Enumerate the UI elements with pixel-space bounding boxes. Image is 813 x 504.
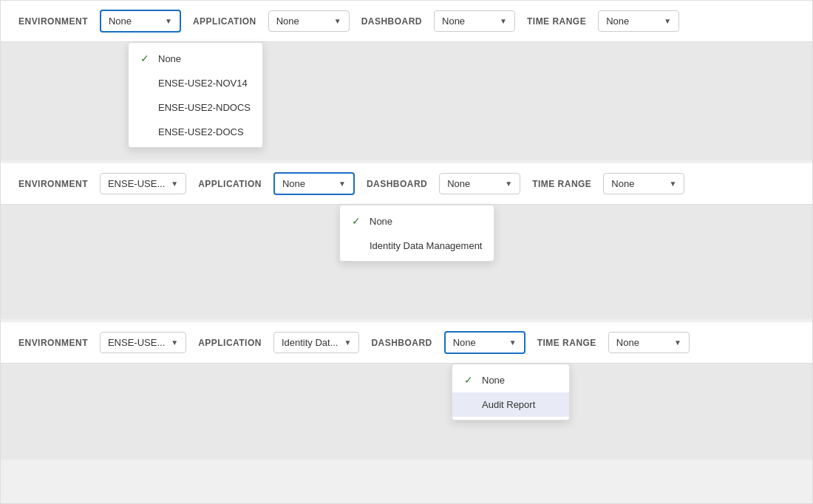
row-block-2: ENVIRONMENT ENSE-USE... ▼ APPLICATION No… bbox=[1, 163, 812, 319]
dash-label-1: DASHBOARD bbox=[361, 16, 422, 27]
chevron-down-icon: ▼ bbox=[505, 180, 512, 188]
env-select-1[interactable]: None ▼ bbox=[100, 10, 181, 33]
dash-value-1: None bbox=[442, 16, 465, 27]
dropdown-item-label: None bbox=[158, 53, 181, 64]
chevron-down-icon: ▼ bbox=[165, 17, 172, 25]
app-value-3: Identity Dat... bbox=[282, 337, 339, 348]
env-select-3[interactable]: ENSE-USE... ▼ bbox=[100, 332, 186, 353]
time-value-2: None bbox=[611, 178, 634, 189]
dash-value-2: None bbox=[447, 178, 470, 189]
dash-select-3[interactable]: None ▼ bbox=[444, 331, 525, 354]
chevron-down-icon: ▼ bbox=[171, 338, 178, 347]
chevron-down-icon: ▼ bbox=[509, 338, 517, 347]
dropdown-item-label: None bbox=[482, 375, 505, 386]
content-section-1 bbox=[1, 42, 812, 160]
dropdown-item[interactable]: ENSE-USE2-NDOCS bbox=[129, 95, 262, 120]
env-label-3: ENVIRONMENT bbox=[18, 338, 88, 348]
env-label-2: ENVIRONMENT bbox=[18, 179, 88, 189]
env-label-1: ENVIRONMENT bbox=[18, 16, 88, 27]
dash-dropdown-3: ✓ None Audit Report bbox=[452, 364, 570, 420]
time-select-3[interactable]: None ▼ bbox=[608, 332, 690, 353]
app-select-1[interactable]: None ▼ bbox=[268, 10, 350, 32]
dropdown-item-label: ENSE-USE2-DOCS bbox=[158, 126, 244, 137]
time-value-3: None bbox=[616, 337, 639, 348]
app-select-2[interactable]: None ▼ bbox=[273, 172, 355, 195]
chevron-down-icon: ▼ bbox=[334, 17, 341, 25]
chevron-down-icon: ▼ bbox=[171, 180, 178, 188]
env-dropdown-1: ✓ None ENSE-USE2-NOV14 ENSE-USE2-NDOCS E… bbox=[128, 42, 263, 148]
chevron-down-icon: ▼ bbox=[500, 17, 507, 25]
dropdown-item[interactable]: ✓ None bbox=[452, 367, 569, 392]
dash-select-1[interactable]: None ▼ bbox=[434, 10, 515, 32]
page-wrapper: ENVIRONMENT None ▼ APPLICATION None ▼ DA… bbox=[0, 0, 813, 504]
env-value-1: None bbox=[109, 16, 132, 27]
row-block-1: ENVIRONMENT None ▼ APPLICATION None ▼ DA… bbox=[1, 1, 812, 160]
app-select-3[interactable]: Identity Dat... ▼ bbox=[273, 332, 360, 353]
check-icon: ✓ bbox=[140, 52, 152, 64]
dropdown-item[interactable]: ENSE-USE2-DOCS bbox=[129, 120, 262, 144]
dropdown-item[interactable]: ✓ None bbox=[340, 208, 494, 234]
check-icon: ✓ bbox=[464, 374, 476, 386]
time-label-1: TIME RANGE bbox=[527, 16, 586, 27]
check-icon: ✓ bbox=[352, 215, 364, 227]
env-value-2: ENSE-USE... bbox=[108, 178, 165, 189]
time-select-2[interactable]: None ▼ bbox=[603, 173, 684, 194]
chevron-down-icon: ▼ bbox=[344, 338, 351, 347]
content-section-3 bbox=[1, 364, 812, 460]
row-block-3: ENVIRONMENT ENSE-USE... ▼ APPLICATION Id… bbox=[1, 322, 812, 460]
dropdown-item-label: ENSE-USE2-NDOCS bbox=[158, 102, 251, 113]
dropdown-item-label: Identity Data Management bbox=[370, 240, 482, 251]
app-value-1: None bbox=[276, 16, 299, 27]
dropdown-item[interactable]: ✓ None bbox=[129, 46, 262, 71]
dropdown-item-label: None bbox=[370, 216, 392, 227]
dropdown-item[interactable]: ENSE-USE2-NOV14 bbox=[129, 71, 262, 95]
app-label-3: APPLICATION bbox=[198, 338, 262, 348]
dropdown-item-label: Audit Report bbox=[482, 399, 535, 410]
app-label-1: APPLICATION bbox=[193, 16, 256, 27]
time-select-1[interactable]: None ▼ bbox=[598, 10, 679, 32]
filter-bar-3: ENVIRONMENT ENSE-USE... ▼ APPLICATION Id… bbox=[1, 322, 812, 364]
chevron-down-icon: ▼ bbox=[674, 338, 681, 347]
env-select-2[interactable]: ENSE-USE... ▼ bbox=[100, 173, 186, 194]
dash-value-3: None bbox=[453, 337, 476, 348]
chevron-down-icon: ▼ bbox=[664, 17, 671, 25]
filter-bar-1: ENVIRONMENT None ▼ APPLICATION None ▼ DA… bbox=[1, 1, 812, 42]
time-label-2: TIME RANGE bbox=[532, 179, 591, 189]
dropdown-item[interactable]: Identity Data Management bbox=[340, 234, 494, 258]
time-label-3: TIME RANGE bbox=[537, 338, 596, 348]
chevron-down-icon: ▼ bbox=[339, 180, 346, 188]
app-label-2: APPLICATION bbox=[198, 179, 262, 189]
app-dropdown-2: ✓ None Identity Data Management bbox=[339, 205, 494, 262]
chevron-down-icon: ▼ bbox=[669, 180, 676, 188]
dropdown-item-label: ENSE-USE2-NOV14 bbox=[158, 78, 248, 89]
filter-bar-2: ENVIRONMENT ENSE-USE... ▼ APPLICATION No… bbox=[1, 163, 812, 205]
app-value-2: None bbox=[282, 178, 305, 189]
dash-label-3: DASHBOARD bbox=[371, 338, 432, 348]
dropdown-item[interactable]: Audit Report bbox=[452, 392, 569, 417]
dash-label-2: DASHBOARD bbox=[367, 179, 427, 189]
dash-select-2[interactable]: None ▼ bbox=[439, 173, 520, 194]
time-value-1: None bbox=[606, 16, 629, 27]
env-value-3: ENSE-USE... bbox=[108, 337, 165, 348]
